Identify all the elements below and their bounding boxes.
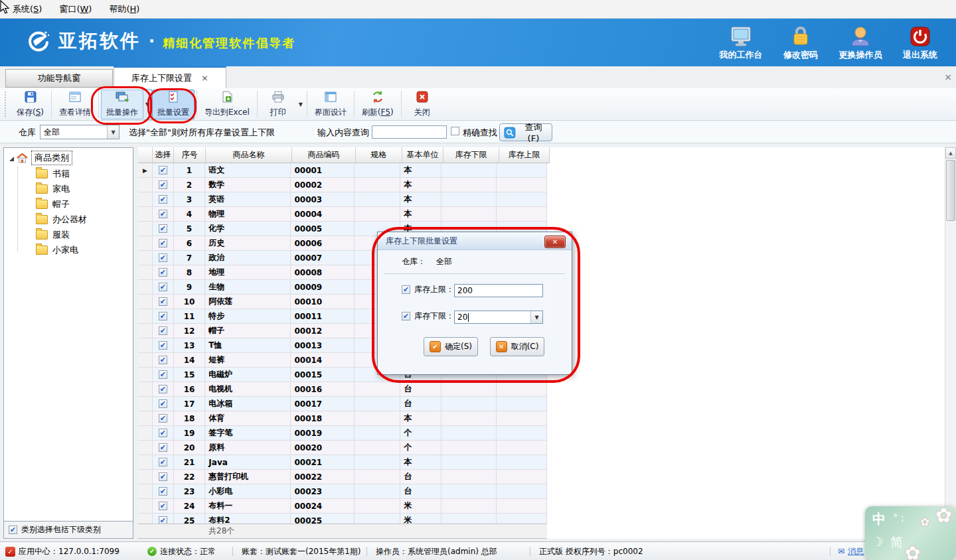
- table-row[interactable]: ✔2数学00002本: [138, 178, 547, 192]
- row-select-cell[interactable]: ✔: [153, 514, 174, 524]
- row-checkbox[interactable]: ✔: [159, 210, 167, 218]
- row-upper-cell[interactable]: [497, 514, 547, 524]
- toolbar-button-close[interactable]: 关闭: [404, 90, 441, 119]
- row-checkbox[interactable]: ✔: [159, 239, 167, 247]
- toolbar-button-view-detail[interactable]: 查看详情: [54, 90, 96, 119]
- row-upper-cell[interactable]: [497, 192, 547, 207]
- row-select-cell[interactable]: ✔: [153, 368, 174, 382]
- grid-column-header[interactable]: 库存上限: [499, 147, 550, 163]
- scrollbar-thumb[interactable]: [946, 160, 955, 221]
- row-select-cell[interactable]: ✔: [153, 382, 174, 397]
- row-lower-cell[interactable]: [441, 455, 497, 470]
- row-checkbox[interactable]: ✔: [159, 356, 167, 364]
- row-checkbox[interactable]: ✔: [159, 341, 167, 350]
- row-select-cell[interactable]: ✔: [153, 324, 174, 338]
- row-lower-cell[interactable]: [441, 207, 497, 222]
- row-lower-cell[interactable]: [441, 411, 497, 426]
- header-action-exit-system[interactable]: 退出系统: [894, 24, 947, 61]
- table-row[interactable]: ✔18体育00018本: [138, 411, 547, 426]
- table-row[interactable]: ✔25布料200025米: [138, 514, 547, 524]
- upper-limit-checkbox[interactable]: ✔: [402, 285, 410, 294]
- table-row[interactable]: ✔19签字笔00019个: [138, 426, 547, 441]
- row-upper-cell[interactable]: [497, 397, 547, 411]
- menu-item-window[interactable]: 窗口(W): [50, 1, 100, 17]
- table-row[interactable]: ✔20原料00020个: [138, 441, 547, 455]
- table-row[interactable]: ✔17电冰箱00017台: [138, 397, 547, 411]
- cancel-button[interactable]: ✕ 取消(C): [490, 337, 544, 356]
- row-lower-cell[interactable]: [441, 514, 497, 524]
- row-checkbox[interactable]: ✔: [159, 224, 167, 233]
- toolbar-button-save[interactable]: 保存(S): [11, 90, 49, 119]
- row-upper-cell[interactable]: [497, 411, 547, 426]
- vertical-scrollbar[interactable]: ▲ ▼: [945, 147, 956, 539]
- row-select-cell[interactable]: ✔: [153, 470, 174, 484]
- row-checkbox[interactable]: ✔: [159, 385, 167, 393]
- tree-item-3[interactable]: 帽子: [4, 196, 133, 212]
- row-lower-cell[interactable]: [441, 382, 497, 397]
- tab-stock-limit-settings[interactable]: 库存上下限设置 ×: [114, 66, 226, 88]
- toolbar-button-batch-set[interactable]: 批量设置: [152, 90, 195, 119]
- row-upper-cell[interactable]: [497, 499, 547, 514]
- grid-column-header[interactable]: 规格: [356, 147, 402, 163]
- row-upper-cell[interactable]: [497, 382, 547, 397]
- row-checkbox[interactable]: ✔: [159, 443, 167, 452]
- query-button[interactable]: 查询(F): [499, 123, 552, 141]
- row-checkbox[interactable]: ✔: [159, 472, 167, 481]
- toolbar-button-export-excel[interactable]: 导出到Excel: [199, 90, 255, 119]
- grid-column-header[interactable]: 库存下限: [443, 147, 499, 163]
- warehouse-select[interactable]: 全部 ▼: [40, 125, 120, 139]
- scroll-up-icon[interactable]: ▲: [945, 147, 956, 159]
- toolbar-dropdown-arrow-icon[interactable]: ▼: [297, 90, 305, 119]
- table-row[interactable]: ✔22惠普打印机00022台: [138, 470, 547, 484]
- table-row[interactable]: ✔16电视机00016台: [138, 382, 547, 397]
- tree-item-4[interactable]: 办公器材: [4, 212, 133, 227]
- row-checkbox[interactable]: ✔: [159, 253, 167, 262]
- row-select-cell[interactable]: ✔: [153, 484, 174, 499]
- row-checkbox[interactable]: ✔: [159, 326, 167, 335]
- row-checkbox[interactable]: ✔: [159, 180, 167, 189]
- toolbar-button-print[interactable]: 打印: [260, 90, 297, 119]
- row-select-cell[interactable]: ✔: [153, 426, 174, 441]
- row-lower-cell[interactable]: [441, 397, 497, 411]
- table-row[interactable]: ✔21Java00021本: [138, 455, 547, 470]
- row-checkbox[interactable]: ✔: [159, 429, 167, 437]
- tab-close-icon[interactable]: ×: [201, 73, 208, 83]
- row-checkbox[interactable]: ✔: [159, 297, 167, 306]
- row-select-cell[interactable]: ✔: [153, 338, 174, 353]
- row-checkbox[interactable]: ✔: [159, 516, 167, 524]
- ime-lang-indicator[interactable]: 中: [872, 510, 886, 528]
- row-upper-cell[interactable]: [497, 441, 547, 455]
- dialog-titlebar[interactable]: 库存上下限批量设置 ✕: [378, 232, 572, 250]
- include-subcategory-checkbox[interactable]: ✔: [9, 525, 17, 534]
- search-input[interactable]: [372, 125, 447, 139]
- row-checkbox[interactable]: ✔: [159, 195, 167, 204]
- grid-column-header[interactable]: 基本单位: [402, 147, 443, 163]
- chevron-down-icon[interactable]: ▼: [530, 311, 542, 323]
- row-lower-cell[interactable]: [441, 192, 497, 207]
- row-select-cell[interactable]: ✔: [153, 207, 174, 222]
- table-row[interactable]: ✔24布料一00024米: [138, 499, 547, 514]
- row-select-cell[interactable]: ✔: [153, 499, 174, 514]
- row-lower-cell[interactable]: [441, 163, 497, 178]
- ime-punct-indicator[interactable]: °；: [893, 512, 907, 524]
- message-link[interactable]: 消息: [848, 546, 864, 557]
- row-checkbox[interactable]: ✔: [159, 312, 167, 320]
- row-lower-cell[interactable]: [441, 499, 497, 514]
- lower-limit-combo[interactable]: 20 ▼: [454, 311, 543, 324]
- exact-search-checkbox[interactable]: [451, 127, 459, 135]
- row-select-cell[interactable]: ✔: [153, 163, 174, 178]
- tree-item-1[interactable]: 书籍: [4, 166, 133, 181]
- tree-item-2[interactable]: 家电: [4, 181, 133, 196]
- row-checkbox[interactable]: ✔: [159, 370, 167, 379]
- header-action-change-password[interactable]: 修改密码: [774, 24, 827, 61]
- ime-moon-icon[interactable]: ☽: [872, 534, 883, 549]
- header-action-switch-operator[interactable]: 更换操作员: [834, 24, 887, 61]
- row-select-cell[interactable]: ✔: [153, 353, 174, 368]
- row-upper-cell[interactable]: [497, 178, 547, 192]
- row-lower-cell[interactable]: [441, 441, 497, 455]
- row-lower-cell[interactable]: [441, 178, 497, 192]
- row-select-cell[interactable]: ✔: [153, 309, 174, 324]
- toolbar-button-ui-design[interactable]: 界面设计: [309, 90, 352, 119]
- row-checkbox[interactable]: ✔: [159, 414, 167, 423]
- row-select-cell[interactable]: ✔: [153, 192, 174, 207]
